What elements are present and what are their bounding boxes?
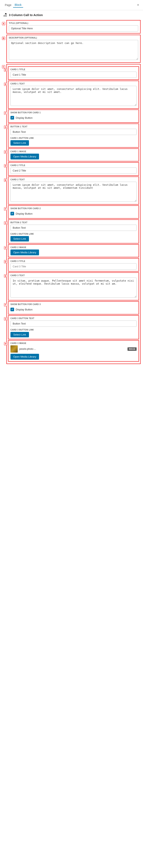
card1-btntext-label: BUTTON 1 TEXT (10, 126, 137, 128)
title-label: TITLE (OPTIONAL) (9, 22, 138, 24)
card3-showbtn-label: SHOW BUTTON FOR CARD 3 (10, 303, 137, 305)
card1-btntext-group: BUTTON 1 TEXT (10, 126, 137, 135)
card1-showbtn-section: SHOW BUTTON FOR CARD 1 Display Button (8, 110, 139, 123)
card1-title-input[interactable] (10, 71, 137, 78)
card1-image-section: CARD 1 IMAGE Open Media Library (8, 148, 139, 161)
card1-checkbox[interactable] (10, 116, 14, 120)
card3-text-input[interactable]: In vitae, pretium augue. Pellentesque si… (10, 278, 137, 298)
card3-checkbox-label: Display Button (16, 308, 32, 311)
section-label-D3: D (4, 260, 7, 263)
card1-checkbox-row[interactable]: Display Button (10, 115, 137, 121)
card3-text-section: CARD 3 TEXT In vitae, pretium augue. Pel… (8, 272, 139, 301)
card2-image-section: CARD 2 IMAGE Open Media Library (8, 244, 139, 257)
card2-text-section: CARD 2 TEXT Lorem ipsum dolor sit amet, … (8, 177, 139, 205)
card2-image-label: CARD 2 IMAGE (10, 246, 137, 248)
card3-image-row: pexels-photo-... IMAGE (10, 345, 137, 352)
card1-btnlink-group: CARD 1 BUTTON LINK Select Link (10, 137, 137, 146)
card3-btnlink-label: CARD 3 BUTTON LINK (10, 329, 137, 331)
section-label-G1: G (4, 126, 7, 129)
card3-image-section: CARD 3 IMAGE pexels-photo-... IMAGE Open… (8, 340, 139, 362)
card2-btntext-input[interactable] (10, 225, 137, 231)
card3-btntext-label: CARD 3 BUTTON TEXT (10, 317, 137, 319)
section-A: TITLE (OPTIONAL) (6, 20, 141, 33)
card3-title-section: CARD 3 TITLE (8, 258, 139, 272)
card1-title-label: CARD 1 TITLE (10, 68, 137, 71)
card2-showbtn-section: SHOW BUTTON FOR CARD 2 Display Button (8, 205, 139, 219)
card3-btnlink-group: CARD 3 BUTTON LINK Select Link (10, 329, 137, 337)
card2-select-link-button[interactable]: Select Link (10, 236, 29, 242)
card3-title-input[interactable] (10, 263, 137, 270)
card3-checkbox[interactable] (10, 308, 14, 311)
card3-image-thumb (10, 345, 18, 352)
card2-checkbox[interactable] (10, 212, 14, 215)
card3-showbtn-section: SHOW BUTTON FOR CARD 3 Display Button (8, 301, 139, 314)
description-field-group: DESCRIPTION (OPTIONAL) Optional section … (9, 37, 138, 61)
section-label-B: B (2, 37, 5, 40)
card3-image-badge: IMAGE (127, 347, 137, 351)
section-label-H2: H (4, 246, 7, 249)
card2-title-label: CARD 2 TITLE (10, 164, 137, 166)
card3-open-media-button[interactable]: Open Media Library (10, 354, 39, 360)
card3-btn-section: CARD 3 BUTTON TEXT CARD 3 BUTTON LINK Se… (8, 315, 139, 339)
card2-text-input[interactable]: Lorem ipsum dolor sit amet, consectetur … (10, 182, 137, 202)
section-label-D1: D (4, 68, 7, 71)
card1-showbtn-label: SHOW BUTTON FOR CARD 1 (10, 112, 137, 114)
description-label: DESCRIPTION (OPTIONAL) (9, 37, 138, 39)
card2-checkbox-row[interactable]: Display Button (10, 211, 137, 217)
card2-btntext-label: BUTTON 2 TEXT (10, 221, 137, 224)
close-button[interactable]: × (136, 2, 140, 8)
section-label-F2: F (4, 207, 7, 211)
card1-text-input[interactable]: Lorem ipsum dolor sit amet, consectetur … (10, 86, 137, 106)
section-label-F3: F (4, 303, 7, 306)
title-input[interactable] (9, 25, 138, 31)
description-input[interactable]: Optional section description text can go… (9, 40, 138, 60)
card2-btnlink-group: CARD 2 BUTTON LINK Select Link (10, 233, 137, 242)
panel-title: 3 Column Call to Action (9, 13, 43, 17)
section-label-E2: E (4, 179, 7, 182)
card1-image-label: CARD 1 IMAGE (10, 150, 137, 153)
card1-checkbox-label: Display Button (16, 116, 32, 119)
card2-text-label: CARD 2 TEXT (10, 179, 137, 181)
tab-block[interactable]: Block (13, 2, 23, 8)
card1-btntext-input[interactable] (10, 129, 137, 135)
section-label-A: A (2, 22, 5, 25)
card2-btn-section: BUTTON 2 TEXT CARD 2 BUTTON LINK Select … (8, 219, 139, 244)
section-label-D2: D (4, 164, 7, 167)
tab-page[interactable]: Page (3, 3, 13, 7)
panel-header: Page Block × (0, 0, 143, 10)
panel-title-row: 🏖 3 Column Call to Action (0, 10, 143, 19)
card3-checkbox-row[interactable]: Display Button (10, 306, 137, 312)
card1-text-label: CARD 1 TEXT (10, 83, 137, 85)
card2-title-section: CARD 2 TITLE (8, 162, 139, 176)
card3-image-label: CARD 3 IMAGE (10, 342, 137, 344)
card3-btntext-input[interactable] (10, 320, 137, 327)
card2-checkbox-label: Display Button (16, 212, 32, 215)
section-B: DESCRIPTION (OPTIONAL) Optional section … (6, 35, 141, 63)
card3-image-filename: pexels-photo-... (19, 347, 126, 350)
section-label-G3: G (4, 317, 7, 320)
card3-select-link-button[interactable]: Select Link (10, 332, 29, 337)
card1-select-link-button[interactable]: Select Link (10, 140, 29, 146)
card2-showbtn-label: SHOW BUTTON FOR CARD 2 (10, 207, 137, 210)
section-label-H1: H (4, 150, 7, 154)
card1-title-section: CARD 1 TITLE (8, 66, 139, 80)
block-icon: 🏖 (3, 12, 7, 17)
section-label-F1: F (4, 112, 7, 115)
card1-btn-section: BUTTON 1 TEXT CARD 1 BUTTON LINK Select … (8, 124, 139, 148)
card2-btntext-group: BUTTON 2 TEXT (10, 221, 137, 231)
section-label-C: C (2, 65, 5, 68)
card3-btntext-group: CARD 3 BUTTON TEXT (10, 317, 137, 327)
card1-open-media-button[interactable]: Open Media Library (10, 154, 39, 159)
card1-btnlink-label: CARD 1 BUTTON LINK (10, 137, 137, 139)
card1-text-section: CARD 1 TEXT Lorem ipsum dolor sit amet, … (8, 81, 139, 109)
section-label-E3: E (4, 274, 7, 278)
card2-btnlink-label: CARD 2 BUTTON LINK (10, 233, 137, 235)
card2-open-media-button[interactable]: Open Media Library (10, 249, 39, 255)
card2-title-input[interactable] (10, 167, 137, 174)
section-label-H3: H (4, 342, 7, 345)
section-label-E1: E (4, 83, 7, 86)
title-field-group: TITLE (OPTIONAL) (9, 22, 138, 31)
card3-text-label: CARD 3 TEXT (10, 274, 137, 277)
section-label-G2: G (4, 221, 7, 225)
card3-title-label: CARD 3 TITLE (10, 260, 137, 262)
